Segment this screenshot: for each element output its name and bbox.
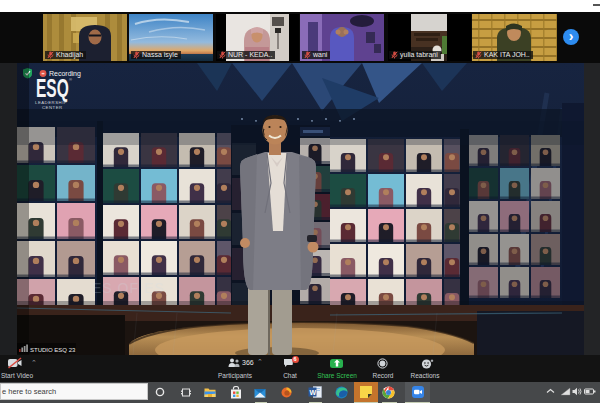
svg-text:W: W [310, 389, 317, 396]
svg-text:ESQ: ESQ [36, 74, 69, 102]
svg-text:®: ® [69, 77, 72, 82]
svg-text:STUDIO ESQ 23: STUDIO ESQ 23 [30, 347, 76, 353]
svg-text:Recording: Recording [49, 70, 81, 78]
svg-text:CENTER: CENTER [42, 105, 63, 110]
svg-text:ES OF ES: ES OF ES [92, 280, 165, 296]
